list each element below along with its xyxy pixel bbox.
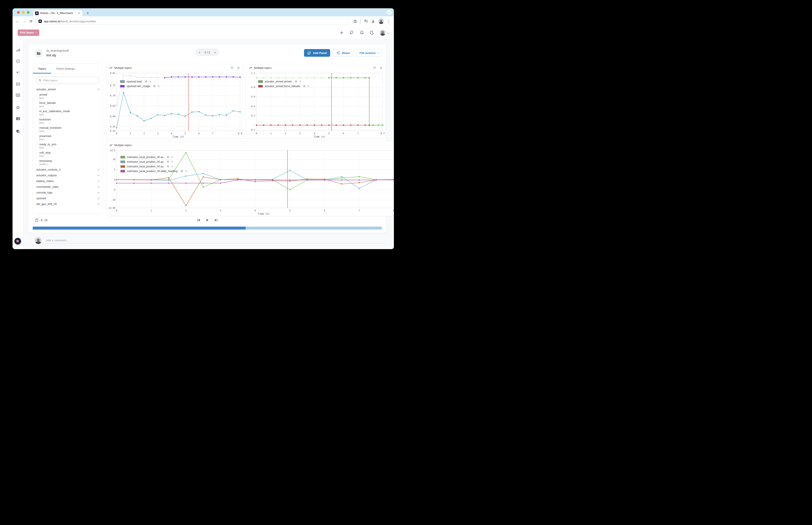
svg-text:0.65: 0.65 xyxy=(110,105,115,107)
svg-text:-13.94: -13.94 xyxy=(107,207,115,209)
rail-store-icon[interactable] xyxy=(16,82,20,86)
rail-analytics-icon[interactable] xyxy=(16,48,20,52)
series-remove-icon[interactable]: ✕ xyxy=(158,85,160,88)
legend-swatch xyxy=(120,156,125,159)
next-page-icon[interactable]: › xyxy=(215,50,216,54)
series-remove-icon[interactable]: ✕ xyxy=(185,170,187,172)
topic-group-commander_state[interactable]: commander_state xyxy=(36,184,99,190)
tab-close-icon[interactable]: ✕ xyxy=(78,12,80,15)
skip-to-start-icon[interactable] xyxy=(196,218,201,222)
topic-field-armed[interactable]: armed bool xyxy=(36,92,99,101)
field-type: bool xyxy=(39,146,99,149)
series-settings-gear-icon[interactable]: ⚙ xyxy=(145,80,147,83)
series-settings-gear-icon[interactable]: ⚙ xyxy=(167,165,169,168)
topic-field-force_failsafe[interactable]: force_failsafe bool xyxy=(36,101,99,109)
download-icon[interactable] xyxy=(371,19,375,24)
legend-label: actuator_armed.force_failsafe xyxy=(265,85,300,88)
chevron-down-icon[interactable] xyxy=(98,191,100,193)
user-avatar[interactable] xyxy=(380,30,386,36)
topic-group-actuator_controls_3[interactable]: actuator_controls_3 xyxy=(36,167,99,172)
topic-group-cpuload[interactable]: cpuload xyxy=(36,195,99,201)
series-settings-gear-icon[interactable]: ⚙ xyxy=(153,85,156,88)
add-panel-button[interactable]: Add Panel xyxy=(304,49,330,57)
browser-tab[interactable]: R Roboto - File - fl_9t8ev1twe4 ✕ xyxy=(33,10,83,16)
roboto-floating-logo[interactable]: R xyxy=(14,238,21,244)
series-remove-icon[interactable]: ✕ xyxy=(171,156,173,159)
series-settings-gear-icon[interactable]: ⚙ xyxy=(303,85,306,88)
topic-field-prearmed[interactable]: prearmed bool xyxy=(36,134,99,142)
window-zoom-button[interactable] xyxy=(27,11,30,14)
series-settings-gear-icon[interactable]: ⚙ xyxy=(295,80,297,83)
forward-icon[interactable]: → xyxy=(23,19,26,23)
panel-settings-gear-icon[interactable]: ⚙ xyxy=(373,66,376,70)
panel-close-icon[interactable]: ✕ xyxy=(237,66,240,69)
comment-input[interactable] xyxy=(46,237,385,244)
reload-icon[interactable]: ⟳ xyxy=(30,19,32,23)
chevron-down-icon[interactable] xyxy=(98,174,100,176)
rail-docs-book-icon[interactable] xyxy=(16,117,20,121)
chart-panel-3: Multiple topics ⚙ ✕ 14.51050-5-10-13.940… xyxy=(106,141,394,216)
rail-ai-sparkles-icon[interactable] xyxy=(16,71,20,75)
svg-text:6: 6 xyxy=(198,132,200,135)
chevron-down-icon[interactable] xyxy=(98,197,100,199)
series-remove-icon[interactable]: ✕ xyxy=(299,80,301,83)
topic-group-console_logs[interactable]: console_logs xyxy=(36,190,99,195)
rail-settings-gear-icon[interactable]: ⚙ xyxy=(16,105,20,110)
dark-mode-moon-icon[interactable] xyxy=(370,31,374,35)
user-menu-chevron-icon[interactable] xyxy=(387,31,389,35)
extensions-puzzle-icon[interactable] xyxy=(353,19,357,23)
topic-group-actuator_armed[interactable]: actuator_armed xyxy=(36,87,99,92)
chevron-down-icon[interactable] xyxy=(98,203,100,205)
topic-field-manual_lockdown[interactable]: manual_lockdown bool xyxy=(36,125,99,134)
topic-group-ekf_gps_drift_00[interactable]: ekf_gps_drift_00 xyxy=(36,201,99,207)
series-remove-icon[interactable]: ✕ xyxy=(307,85,310,88)
file-actions-button[interactable]: File Actions xyxy=(356,49,382,57)
browser-menu-kebab-icon[interactable]: ⋮ xyxy=(387,19,390,24)
chevron-down-icon[interactable] xyxy=(98,168,100,170)
chevron-up-icon[interactable] xyxy=(98,89,100,90)
series-settings-gear-icon[interactable]: ⚙ xyxy=(167,160,169,163)
window-minimize-button[interactable] xyxy=(22,11,25,14)
window-close-button[interactable] xyxy=(17,11,20,14)
browser-profile-avatar[interactable] xyxy=(379,18,384,24)
topic-group-battery_status[interactable]: battery_status xyxy=(36,178,99,184)
address-bar[interactable]: R app.roboto.ai/files/fl_dron8az2pjyoory… xyxy=(36,18,350,25)
topic-field-ready_to_arm[interactable]: ready_to_arm bool xyxy=(36,142,99,150)
back-icon[interactable]: ← xyxy=(16,19,19,23)
timeline-progress-bar[interactable] xyxy=(33,227,382,229)
series-settings-gear-icon[interactable]: ⚙ xyxy=(167,155,169,159)
panel-close-icon[interactable]: ✕ xyxy=(380,66,382,69)
topic-field-timestamp[interactable]: timestamp uint64_t xyxy=(36,159,99,167)
chevron-down-icon[interactable] xyxy=(98,180,100,182)
panel-settings-gear-icon[interactable]: ⚙ xyxy=(231,66,234,70)
add-icon[interactable] xyxy=(340,31,344,35)
tab-search-chevron-icon[interactable] xyxy=(387,10,392,15)
new-tab-button[interactable]: + xyxy=(85,11,90,15)
tab-topics[interactable]: Topics xyxy=(33,64,51,74)
rail-card-layout-icon[interactable] xyxy=(16,93,20,97)
rail-admin-shield-icon[interactable] xyxy=(16,129,20,134)
previous-page-icon[interactable]: ‹ xyxy=(199,50,200,54)
play-icon[interactable] xyxy=(205,218,209,222)
series-remove-icon[interactable]: ✕ xyxy=(149,80,151,83)
media-playlist-icon[interactable] xyxy=(364,19,368,23)
rail-explore-compass-icon[interactable] xyxy=(16,59,20,63)
series-settings-gear-icon[interactable]: ⚙ xyxy=(181,169,183,172)
tab-panel-settings[interactable]: Panel Settings xyxy=(51,64,80,74)
chevron-down-icon[interactable] xyxy=(98,185,100,187)
share-button[interactable]: Share xyxy=(333,49,353,57)
project-selector-button[interactable]: PX4 Demo xyxy=(18,30,39,36)
series-remove-icon[interactable]: ✕ xyxy=(171,160,173,163)
search-icon[interactable] xyxy=(350,30,354,35)
topic-field-in_esc_calibration_mode[interactable]: in_esc_calibration_mode bool xyxy=(36,109,99,117)
series-remove-icon[interactable]: ✕ xyxy=(171,165,173,168)
skip-to-end-icon[interactable] xyxy=(214,218,218,222)
notifications-bell-icon[interactable] xyxy=(360,30,364,35)
filter-topics-input[interactable] xyxy=(43,79,97,82)
svg-text:2: 2 xyxy=(144,132,145,135)
topic-group-actuator_outputs[interactable]: actuator_outputs xyxy=(36,172,99,178)
topic-field-lockdown[interactable]: lockdown bool xyxy=(36,117,99,125)
topic-field-soft_stop[interactable]: soft_stop bool xyxy=(36,150,99,159)
chart-legend: cpuload.load ⚙ ✕ cpuload.ram_usage ⚙ ✕ xyxy=(120,80,160,88)
svg-text:Time (s): Time (s) xyxy=(314,135,325,138)
